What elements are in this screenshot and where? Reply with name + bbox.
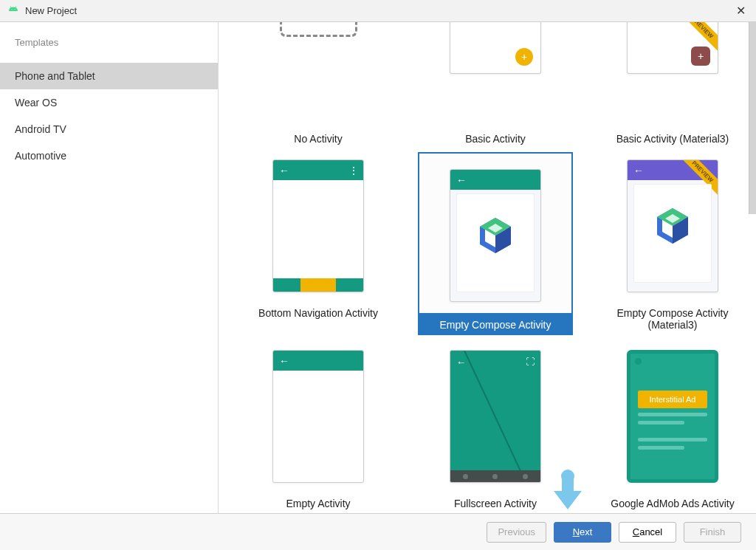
template-label: Basic Activity (Material3) <box>595 133 750 145</box>
compose-logo-icon <box>478 216 513 255</box>
sidebar: Templates Phone and Tablet Wear OS Andro… <box>0 22 219 513</box>
cancel-button[interactable]: Cancel <box>619 522 676 543</box>
close-icon[interactable]: ✕ <box>733 4 749 18</box>
template-empty-activity[interactable]: ← <box>241 343 396 490</box>
back-icon: ← <box>456 357 466 368</box>
template-label: Basic Activity <box>418 133 573 145</box>
back-icon: ← <box>279 165 289 176</box>
menu-icon: ⋮ <box>348 165 357 176</box>
previous-button[interactable]: Previous <box>487 522 546 543</box>
template-label: Empty Compose Activity (Material3) <box>595 307 750 331</box>
template-label: Empty Activity <box>241 498 396 509</box>
system-nav-icon <box>450 470 540 482</box>
back-icon: ← <box>633 165 644 176</box>
template-label: Fullscreen Activity <box>418 498 573 509</box>
footer: Previous Next Cancel Finish <box>0 513 756 550</box>
template-basic-activity-m3[interactable]: PREVIEW + <box>595 22 750 126</box>
sidebar-item-label: Automotive <box>15 150 66 162</box>
back-icon: ← <box>456 174 467 186</box>
template-empty-compose-m3[interactable]: ← PREVIEW <box>595 152 750 300</box>
ad-label: Interstitial Ad <box>638 391 707 408</box>
sidebar-item-automotive[interactable]: Automotive <box>0 142 218 169</box>
sidebar-item-label: Wear OS <box>15 97 57 109</box>
fab-icon: + <box>515 48 533 66</box>
android-icon <box>7 5 19 17</box>
sidebar-item-android-tv[interactable]: Android TV <box>0 116 218 142</box>
fullscreen-topbar: ← ⛶ <box>450 351 540 374</box>
template-grid: No Activity + Basic Activity PREVIEW + <box>219 22 756 513</box>
sidebar-item-phone-tablet[interactable]: Phone and Tablet <box>0 63 218 89</box>
appbar: ← ⋮ <box>273 160 363 180</box>
finish-button[interactable]: Finish <box>684 522 741 543</box>
dashed-outline-icon <box>280 22 357 37</box>
template-empty-compose[interactable]: ← <box>418 152 573 314</box>
template-basic-activity[interactable]: + <box>418 22 573 126</box>
sidebar-item-wear-os[interactable]: Wear OS <box>0 89 218 116</box>
window-title: New Project <box>25 5 733 16</box>
template-admob[interactable]: Interstitial Ad <box>595 343 750 490</box>
sidebar-heading: Templates <box>0 22 218 63</box>
appbar: ← <box>273 351 363 371</box>
appbar: ← <box>450 170 540 190</box>
fullscreen-icon: ⛶ <box>526 357 535 368</box>
template-label: Bottom Navigation Activity <box>241 307 396 319</box>
template-label-selected: Empty Compose Activity <box>418 314 573 335</box>
back-icon: ← <box>279 355 289 367</box>
titlebar: New Project ✕ <box>0 0 756 22</box>
next-button[interactable]: Next <box>554 522 611 543</box>
fab-icon: + <box>691 47 710 66</box>
template-label: Google AdMob Ads Activity <box>595 498 750 509</box>
scrollbar[interactable] <box>749 22 756 214</box>
bottom-nav-icon <box>273 278 363 292</box>
template-no-activity[interactable] <box>241 22 396 126</box>
sidebar-item-label: Android TV <box>15 123 66 135</box>
template-label: No Activity <box>241 133 396 145</box>
template-fullscreen[interactable]: ← ⛶ <box>418 343 573 490</box>
compose-logo-icon <box>655 207 690 245</box>
template-bottom-navigation[interactable]: ← ⋮ <box>241 152 396 300</box>
sidebar-item-label: Phone and Tablet <box>15 70 95 82</box>
